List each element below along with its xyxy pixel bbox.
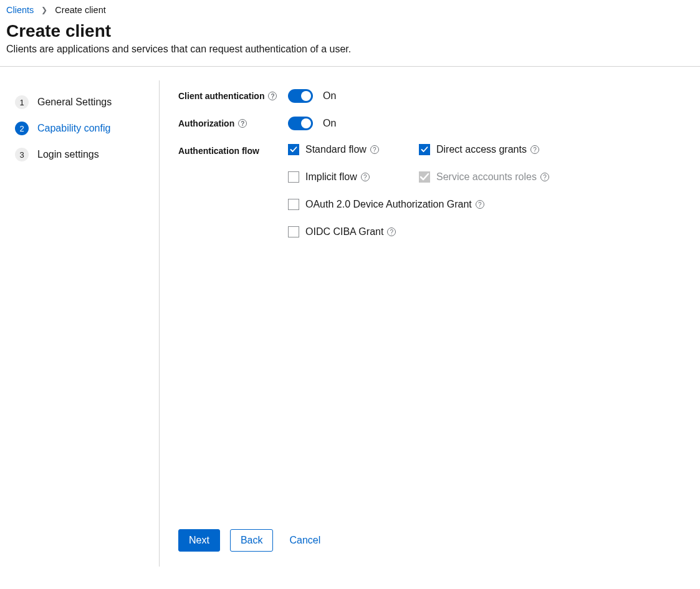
help-icon[interactable]: ? bbox=[361, 173, 370, 181]
wizard-step-label: Capability config bbox=[37, 123, 110, 134]
checkbox-implicit-flow[interactable] bbox=[288, 171, 299, 183]
breadcrumb-link-clients[interactable]: Clients bbox=[6, 5, 34, 15]
help-icon[interactable]: ? bbox=[387, 227, 396, 236]
checkbox-label-direct-access-grants: Direct access grants bbox=[436, 144, 527, 155]
wizard-step-number: 2 bbox=[15, 122, 29, 135]
label-authorization: Authorization bbox=[178, 118, 234, 128]
checkbox-label-standard-flow: Standard flow bbox=[305, 144, 367, 155]
switch-authorization[interactable] bbox=[288, 117, 313, 130]
wizard-nav: 1 General Settings 2 Capability config 3… bbox=[0, 80, 160, 567]
checkbox-item-implicit-flow: Implicit flow ? bbox=[288, 171, 419, 183]
checkbox-item-standard-flow: Standard flow ? bbox=[288, 144, 419, 155]
back-button[interactable]: Back bbox=[230, 529, 274, 552]
wizard-step-general-settings[interactable]: 1 General Settings bbox=[15, 89, 159, 115]
checkbox-label-oauth-device-grant: OAuth 2.0 Device Authorization Grant bbox=[305, 199, 472, 210]
page-description: Clients are applications and services th… bbox=[6, 44, 694, 55]
row-client-authentication: Client authentication ? On bbox=[178, 89, 685, 103]
form-area: Client authentication ? On Authorization… bbox=[160, 80, 700, 567]
help-icon[interactable]: ? bbox=[370, 145, 379, 154]
help-icon[interactable]: ? bbox=[476, 200, 484, 209]
wizard-step-number: 3 bbox=[15, 148, 29, 161]
label-authentication-flow: Authentication flow bbox=[178, 146, 259, 156]
checkbox-service-accounts-roles bbox=[419, 171, 430, 183]
next-button[interactable]: Next bbox=[178, 529, 220, 552]
check-icon bbox=[420, 172, 429, 182]
label-client-authentication: Client authentication bbox=[178, 91, 264, 101]
checkbox-item-direct-access-grants: Direct access grants ? bbox=[419, 144, 556, 155]
switch-client-authentication[interactable] bbox=[288, 89, 313, 103]
checkbox-label-oidc-ciba-grant: OIDC CIBA Grant bbox=[305, 226, 383, 237]
check-icon bbox=[421, 146, 428, 153]
wizard-step-label: General Settings bbox=[37, 97, 112, 108]
wizard-step-number: 1 bbox=[15, 95, 29, 109]
checkbox-item-oidc-ciba-grant: OIDC CIBA Grant ? bbox=[288, 226, 556, 237]
checkbox-label-implicit-flow: Implicit flow bbox=[305, 171, 357, 183]
cancel-button[interactable]: Cancel bbox=[283, 530, 327, 551]
checkbox-oauth-device-grant[interactable] bbox=[288, 199, 299, 210]
help-icon[interactable]: ? bbox=[530, 145, 539, 154]
help-icon[interactable]: ? bbox=[268, 92, 277, 100]
switch-label-authorization: On bbox=[323, 118, 336, 129]
check-icon bbox=[290, 146, 297, 153]
page-header: Create client Clients are applications a… bbox=[0, 19, 700, 66]
checkbox-item-service-accounts-roles: Service accounts roles ? bbox=[419, 171, 556, 183]
switch-label-client-authentication: On bbox=[323, 90, 336, 102]
checkbox-oidc-ciba-grant[interactable] bbox=[288, 226, 299, 237]
checkbox-label-service-accounts-roles: Service accounts roles bbox=[436, 171, 537, 183]
help-icon[interactable]: ? bbox=[540, 173, 549, 181]
row-authorization: Authorization ? On bbox=[178, 117, 685, 130]
wizard-footer: Next Back Cancel bbox=[178, 514, 685, 552]
breadcrumb-current: Create client bbox=[55, 5, 105, 15]
wizard-step-capability-config[interactable]: 2 Capability config bbox=[15, 115, 159, 141]
checkbox-direct-access-grants[interactable] bbox=[419, 144, 430, 155]
wizard-step-login-settings[interactable]: 3 Login settings bbox=[15, 141, 159, 168]
checkbox-item-oauth-device-grant: OAuth 2.0 Device Authorization Grant ? bbox=[288, 199, 556, 210]
help-icon[interactable]: ? bbox=[238, 119, 247, 128]
wizard-step-label: Login settings bbox=[37, 149, 99, 160]
chevron-right-icon: ❯ bbox=[41, 6, 47, 14]
breadcrumb: Clients ❯ Create client bbox=[0, 0, 700, 19]
page-title: Create client bbox=[6, 21, 694, 41]
row-authentication-flow: Authentication flow Standard flow ? bbox=[178, 144, 685, 237]
checkbox-standard-flow[interactable] bbox=[288, 144, 299, 155]
